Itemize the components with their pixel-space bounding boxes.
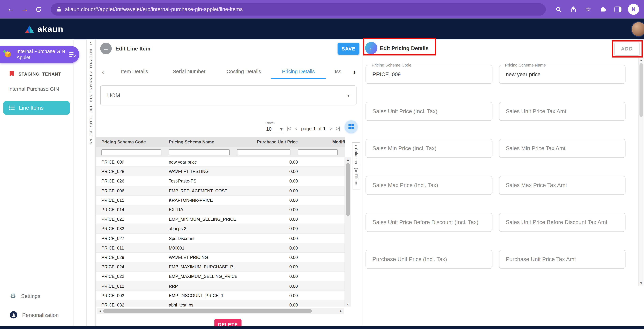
table-row[interactable]: PRICE_014EXTRA0.00 [96,205,345,215]
field-value: PRICE_009 [372,71,400,77]
next-page-button[interactable]: > [330,126,332,132]
column-header[interactable]: Pricing Schema Code [102,139,169,144]
field-sales-unit-price-before-discount-tax-amt[interactable]: Sales Unit Price Before Discount Tax Amt [499,213,626,232]
chevron-down-icon: ▾ [347,93,350,98]
uom-dropdown[interactable]: UOM ▾ [100,86,356,105]
tabs-scroll-right-icon[interactable]: › [350,65,358,79]
field-pricing-scheme-code[interactable]: Pricing Scheme CodePRICE_009 [366,65,492,84]
field-pricing-scheme-name[interactable]: Pricing Scheme Namenew year price [499,65,626,84]
table-horizontal-scrollbar[interactable]: ◀ ▶ [97,308,344,314]
filter-input-code[interactable] [102,149,162,155]
sidebar-item-settings[interactable]: ⚙ Settings [10,292,40,299]
column-header[interactable]: Purchase Unit Price [237,139,298,144]
field-sales-max-price-tax-amt[interactable]: Sales Max Price Tax Amt [499,176,626,195]
browser-profile-avatar[interactable]: N [628,4,639,15]
table-row[interactable]: PRICE_012RRP0.00 [96,281,345,291]
sidebar-item-line-items[interactable]: Line Items [3,101,70,115]
sidebar-module-label[interactable]: Internal Purchase GIN [8,86,59,92]
table-vertical-scrollbar[interactable]: ▲ ▼ [344,157,351,307]
field-sales-unit-price-before-discount-incl-tax-[interactable]: Sales Unit Price Before Discount (Incl. … [366,213,492,232]
field-purchase-unit-price-tax-amt[interactable]: Purchase Unit Price Tax Amt [499,250,626,269]
page-current: 1 [313,126,316,131]
sidebar-tenant-item[interactable]: STAGING_TENANT [9,71,61,77]
last-page-button[interactable]: >| [336,126,340,132]
table-row[interactable]: PRICE_033abhi ps 20.00 [96,224,345,234]
table-row[interactable]: PRICE_024EMP_MAXIMUM_PURCHASE_P...0.00 [96,262,345,272]
table-view-toggle-button[interactable] [345,120,357,133]
browser-share-button[interactable] [567,4,580,15]
field-sales-max-price-incl-tax-[interactable]: Sales Max Price (Incl. Tax) [366,176,492,195]
page-vertical-scrollbar[interactable]: ▲ ▼ [638,58,644,286]
collapsed-listing-tab[interactable]: 1 INTERNAL PURCHASE GIN LINE ITEMS LISTI… [86,39,96,326]
cell-name: WAVELET PRICING [169,255,237,260]
cell-name: M00001 [169,245,237,250]
columns-side-tab[interactable]: Columns [352,142,360,164]
sidebar-item-personalization[interactable]: Personalization [10,311,59,318]
scroll-right-icon[interactable]: ▶ [338,309,344,313]
page-indicator: page 1 of 1 [301,126,326,131]
column-header[interactable]: Modifi [298,139,345,144]
tab-item-details[interactable]: Item Details [107,65,162,79]
table-row[interactable]: PRICE_026Test-Paste-PS0.00 [96,177,345,186]
scroll-down-icon[interactable]: ▼ [345,303,351,306]
scroll-left-icon[interactable]: ◀ [97,309,103,313]
browser-reload-button[interactable] [33,4,44,15]
table-row[interactable]: PRICE_011M000010.00 [96,243,345,253]
table-row[interactable]: PRICE_015KRAFTON-INR-PRICE0.00 [96,195,345,205]
pricing-back-button[interactable]: ← [365,42,378,54]
tab-costing-details[interactable]: Costing Details [216,65,271,79]
user-avatar[interactable] [631,21,644,37]
rows-per-page-select[interactable]: Rows 10 ▾ [265,121,283,133]
share-icon [570,6,577,13]
sidebar-applet-button[interactable]: Internal Purchase GIN Applet [0,46,79,63]
browser-back-button[interactable]: ← [5,4,16,15]
scroll-up-icon[interactable]: ▲ [639,58,644,62]
bookmark-star-button[interactable]: ☆ [582,4,594,15]
field-sales-unit-price-tax-amt[interactable]: Sales Unit Price Tax Amt [499,102,626,121]
scrollbar-thumb[interactable] [346,163,350,216]
table-row[interactable]: PRICE_027Spd Discount0.00 [96,234,345,243]
field-label: Pricing Scheme Name [503,63,548,68]
filter-input-price[interactable] [237,149,290,155]
column-header[interactable]: Pricing Schema Name [169,139,237,144]
cell-name: WAVELET TESTING [169,169,237,174]
scrollbar-thumb[interactable] [640,63,643,117]
filters-side-tab[interactable]: Filters [352,166,360,189]
scrollbar-thumb[interactable] [103,309,312,313]
field-purchase-unit-price-incl-tax-[interactable]: Purchase Unit Price (Incl. Tax) [366,250,492,269]
extensions-button[interactable] [597,4,609,15]
scroll-up-icon[interactable]: ▲ [345,158,351,161]
tabs-scroll-left-icon[interactable]: ‹ [99,65,107,79]
tab-serial-number[interactable]: Serial Number [162,65,216,79]
table-row[interactable]: PRICE_009new year price0.00 [96,157,345,167]
add-button[interactable]: ADD [615,42,639,55]
table-row[interactable]: PRICE_022EMP_MAXIMUM_SELLING_PRICE0.00 [96,272,345,281]
tab-pricing-details[interactable]: Pricing Details [271,65,326,79]
browser-forward-button[interactable]: → [19,4,30,15]
address-bar[interactable]: akaun.cloud/#/applet/tnt/wavelet/erp/int… [51,3,546,15]
scroll-down-icon[interactable]: ▼ [639,281,644,285]
field-sales-min-price-incl-tax-[interactable]: Sales Min Price (Incl. Tax) [366,139,492,158]
tab-iss[interactable]: Iss [326,65,349,79]
field-sales-unit-price-incl-tax-[interactable]: Sales Unit Price (Incl. Tax) [366,102,492,121]
table-row[interactable]: PRICE_032abhi_test_ps0.00 [96,300,345,307]
back-button[interactable]: ← [100,43,112,54]
field-sales-min-price-tax-amt[interactable]: Sales Min Price Tax Amt [499,139,626,158]
cell-name: EMP_REPLACEMENT_COST [169,188,237,193]
table-row[interactable]: PRICE_029WAVELET PRICING0.00 [96,253,345,262]
table-row[interactable]: PRICE_006EMP_REPLACEMENT_COST0.00 [96,186,345,195]
table-row[interactable]: PRICE_028WAVELET TESTING0.00 [96,167,345,177]
browser-search-button[interactable] [552,4,565,15]
first-page-button[interactable]: |< [287,126,291,132]
field-label: Sales Max Price Tax Amt [506,182,567,188]
table-row[interactable]: PRICE_021EMP_MINIMUM_SELLING_PRICE0.00 [96,215,345,224]
filter-input-name[interactable] [169,149,230,155]
delete-button[interactable]: DELETE [214,319,242,326]
filter-input-modified[interactable] [298,149,338,155]
side-panel-button[interactable] [612,4,624,15]
save-button[interactable]: SAVE [338,43,360,55]
cell-price: 0.00 [237,264,298,269]
cell-price: 0.00 [237,293,298,298]
table-row[interactable]: PRICE_003EMP_DISCOUNT_PRICE_10.00 [96,291,345,300]
prev-page-button[interactable]: < [294,126,298,132]
